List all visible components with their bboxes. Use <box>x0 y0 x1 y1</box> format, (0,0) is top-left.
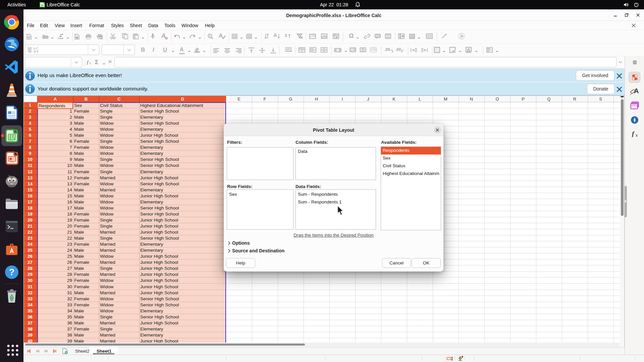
svg-text:?: ? <box>9 267 15 277</box>
